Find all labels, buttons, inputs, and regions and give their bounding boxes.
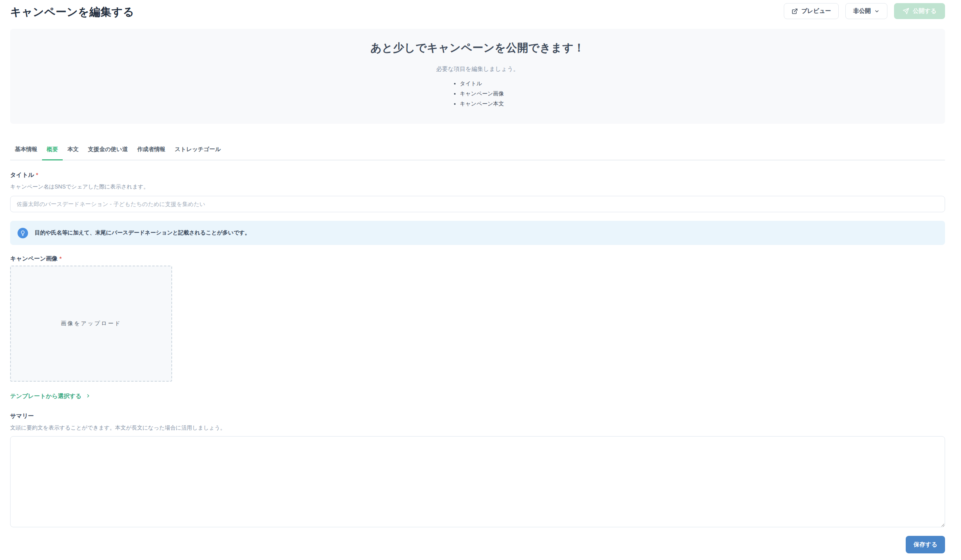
tab-stretch-goal[interactable]: ストレッチゴール bbox=[170, 146, 225, 160]
title-tip-text: 目的や氏名等に加えて、末尾にバースデードネーションと記載されることが多いです。 bbox=[35, 229, 250, 236]
image-field-label: キャンペーン画像* bbox=[10, 255, 945, 262]
missing-item: キャンペーン本文 bbox=[460, 99, 504, 109]
image-upload-label: 画像をアップロード bbox=[61, 320, 121, 327]
page-header: キャンペーンを編集する プレビュー 非公開 公開する bbox=[10, 0, 945, 22]
header-actions: プレビュー 非公開 公開する bbox=[784, 3, 945, 19]
publish-button[interactable]: 公開する bbox=[894, 3, 945, 19]
banner-heading: あと少しでキャンペーンを公開できます！ bbox=[10, 41, 945, 55]
preview-button[interactable]: プレビュー bbox=[784, 3, 839, 19]
visibility-dropdown-label: 非公開 bbox=[853, 7, 871, 15]
image-upload-dropzone[interactable]: 画像をアップロード bbox=[10, 266, 172, 382]
publish-checklist-banner: あと少しでキャンペーンを公開できます！ 必要な項目を編集しましょう。 タイトル … bbox=[10, 29, 945, 124]
external-link-icon bbox=[792, 8, 798, 14]
choose-template-link[interactable]: テンプレートから選択する bbox=[10, 393, 91, 400]
save-button[interactable]: 保存する bbox=[906, 536, 945, 553]
preview-button-label: プレビュー bbox=[801, 7, 831, 15]
summary-textarea[interactable] bbox=[10, 436, 945, 527]
tab-basic-info[interactable]: 基本情報 bbox=[10, 146, 42, 160]
missing-item: キャンペーン画像 bbox=[460, 88, 504, 99]
banner-subheading: 必要な項目を編集しましょう。 bbox=[10, 65, 945, 73]
required-asterisk: * bbox=[36, 172, 38, 178]
chevron-down-icon bbox=[874, 9, 880, 14]
chevron-right-icon bbox=[86, 393, 91, 400]
page-title: キャンペーンを編集する bbox=[10, 5, 134, 19]
visibility-dropdown[interactable]: 非公開 bbox=[845, 3, 887, 19]
send-icon bbox=[903, 8, 909, 14]
tab-body[interactable]: 本文 bbox=[63, 146, 83, 160]
tab-overview[interactable]: 概要 bbox=[42, 146, 63, 160]
publish-button-label: 公開する bbox=[913, 7, 936, 15]
summary-field-label: サマリー bbox=[10, 412, 945, 420]
missing-items-list: タイトル キャンペーン画像 キャンペーン本文 bbox=[451, 78, 504, 109]
choose-template-link-label: テンプレートから選択する bbox=[10, 393, 81, 400]
tab-fund-usage[interactable]: 支援金の使い道 bbox=[83, 146, 132, 160]
tab-creator-info[interactable]: 作成者情報 bbox=[132, 146, 170, 160]
title-tip: 目的や氏名等に加えて、末尾にバースデードネーションと記載されることが多いです。 bbox=[10, 221, 945, 245]
title-field-hint: キャンペーン名はSNSでシェアした際に表示されます。 bbox=[10, 183, 945, 190]
image-field-label-text: キャンペーン画像 bbox=[10, 255, 58, 262]
required-asterisk: * bbox=[60, 255, 62, 262]
title-field-label-text: タイトル bbox=[10, 171, 34, 178]
missing-item: タイトル bbox=[460, 78, 504, 88]
save-row: 保存する bbox=[10, 536, 945, 553]
lightbulb-icon bbox=[18, 228, 28, 238]
title-field-label: タイトル* bbox=[10, 171, 945, 179]
summary-field-hint: 文頭に要約文を表示することができます。本文が長文になった場合に活用しましょう。 bbox=[10, 424, 945, 431]
section-tabs: 基本情報 概要 本文 支援金の使い道 作成者情報 ストレッチゴール bbox=[10, 146, 945, 160]
campaign-edit-page: キャンペーンを編集する プレビュー 非公開 公開する bbox=[0, 0, 961, 553]
title-input[interactable] bbox=[10, 196, 945, 212]
